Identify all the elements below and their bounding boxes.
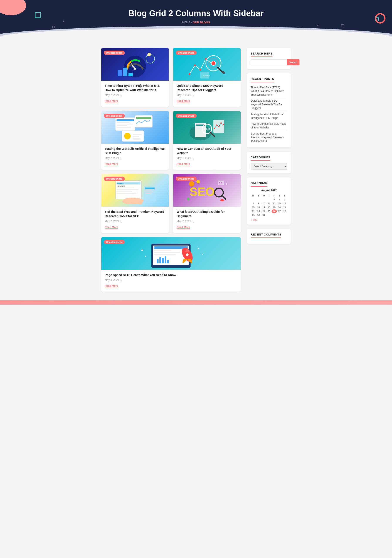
cal-cell: 19 xyxy=(272,205,277,209)
search-button[interactable]: Search xyxy=(287,59,300,65)
card-image-keyword-research: SEARCH Uncategorized xyxy=(173,48,241,81)
svg-rect-32 xyxy=(133,136,139,137)
cal-cell: 9 xyxy=(256,201,261,205)
categories-widget: CATEGORIES Select Category Uncategorized… xyxy=(247,152,291,173)
search-input[interactable] xyxy=(251,59,287,65)
cal-cell: 20 xyxy=(277,205,282,209)
card-image-keyword-tools: SEARCH KEYWORD Uncategorized xyxy=(101,174,169,207)
read-more-keyword-research[interactable]: Read More xyxy=(177,99,190,103)
card-meta-keyword-research: May 7, 2021 | , xyxy=(177,94,237,96)
recent-post-item-4[interactable]: How to Conduct an SEO Audit of Your Webs… xyxy=(251,121,287,131)
svg-rect-7 xyxy=(128,73,133,76)
svg-rect-55 xyxy=(117,191,132,192)
svg-rect-38 xyxy=(196,128,204,129)
header-wave xyxy=(0,26,392,39)
cal-cell: 27 xyxy=(277,209,282,213)
read-more-page-speed[interactable]: Read More xyxy=(105,284,118,288)
svg-text:★: ★ xyxy=(197,247,200,250)
card-badge-page-speed: Uncategorized xyxy=(104,240,125,244)
cal-cell: 31 xyxy=(261,213,266,217)
cal-row-5: 29 30 31 xyxy=(251,213,287,217)
svg-text:SEARCH: SEARCH xyxy=(202,75,210,77)
svg-rect-87 xyxy=(162,258,164,263)
blog-grid: 96 /100 Uncategorized Time to First Byte… xyxy=(101,48,241,292)
cal-cell-today: 26 xyxy=(272,209,277,213)
cal-cell: 28 xyxy=(282,209,287,213)
card-image-ttfb: 96 /100 Uncategorized xyxy=(101,48,169,81)
read-more-seo-audit[interactable]: Read More xyxy=(177,162,190,166)
svg-point-15 xyxy=(189,73,190,75)
cal-cell: 8 xyxy=(251,201,256,205)
svg-point-45 xyxy=(216,124,217,126)
blog-card-wordlift: Uncategorized Testing the WordLift Artif… xyxy=(101,111,169,170)
card-meta-keyword-tools: May 7, 2021 | , xyxy=(105,220,165,223)
recent-post-item-1[interactable]: Time to First Byte (TTFB): What It Is & … xyxy=(251,85,287,98)
cal-cell: 12 xyxy=(272,201,277,205)
svg-rect-77 xyxy=(154,254,176,255)
calendar-prev-link[interactable]: « May xyxy=(251,218,287,221)
cal-cell: 21 xyxy=(282,205,287,209)
recent-post-item-5[interactable]: 5 of the Best Free and Premium Keyword R… xyxy=(251,131,287,144)
cal-cell: 17 xyxy=(261,205,266,209)
cal-header-s2: S xyxy=(282,194,287,198)
blog-card-what-is-seo: SEO ★ ✦ Uncategorized What is SEO? A Sim… xyxy=(173,174,241,233)
card-badge-ttfb: Uncategorized xyxy=(104,51,125,55)
cal-cell: 14 xyxy=(282,201,287,205)
cal-cell xyxy=(261,198,266,201)
calendar-table: M T W T F S S xyxy=(251,194,287,217)
blog-card-keyword-research: SEARCH Uncategorized Quick and Simple SE… xyxy=(173,48,241,107)
recent-post-item-3[interactable]: Testing the WordLift Artificial Intellig… xyxy=(251,111,287,121)
card-badge-seo-audit: Uncategorized xyxy=(176,113,197,118)
svg-point-47 xyxy=(220,122,222,124)
card-meta-seo-audit: May 7, 2021 | , xyxy=(177,157,237,160)
cal-cell xyxy=(251,198,256,201)
svg-rect-31 xyxy=(133,134,142,135)
svg-text:★: ★ xyxy=(141,248,143,252)
svg-text:KEYWORD: KEYWORD xyxy=(117,185,125,187)
read-more-wordlift[interactable]: Read More xyxy=(105,162,118,166)
cal-cell: 15 xyxy=(251,205,256,209)
recent-post-item-2[interactable]: Quick and Simple SEO Keyword Research Ti… xyxy=(251,98,287,111)
svg-text:★: ★ xyxy=(145,255,147,257)
svg-rect-54 xyxy=(117,189,138,190)
card-title-keyword-research: Quick and Simple SEO Keyword Research Ti… xyxy=(177,84,237,92)
card-image-wordlift: Uncategorized xyxy=(101,111,169,144)
svg-point-11 xyxy=(211,61,216,65)
read-more-what-is-seo[interactable]: Read More xyxy=(177,226,190,229)
svg-rect-33 xyxy=(133,138,141,140)
card-badge-keyword-tools: Uncategorized xyxy=(104,177,125,181)
card-badge-keyword-research: Uncategorized xyxy=(176,51,197,55)
cal-cell: 5 xyxy=(272,198,277,201)
read-more-keyword-tools[interactable]: Read More xyxy=(105,226,118,229)
card-body-keyword-tools: 5 of the Best Free and Premium Keyword R… xyxy=(101,207,169,233)
svg-point-71 xyxy=(226,183,227,185)
blog-card-ttfb: 96 /100 Uncategorized Time to First Byte… xyxy=(101,48,169,107)
category-select[interactable]: Select Category Uncategorized SEO Bloggi… xyxy=(251,163,287,170)
cal-cell xyxy=(266,198,272,201)
cal-row-2: 8 9 10 11 12 13 14 xyxy=(251,201,287,205)
svg-text:96: 96 xyxy=(132,66,135,69)
svg-point-46 xyxy=(218,126,219,127)
svg-line-13 xyxy=(218,68,223,73)
svg-point-48 xyxy=(223,124,224,125)
card-meta-ttfb: May 7, 2021 | , xyxy=(105,94,165,96)
read-more-ttfb[interactable]: Read More xyxy=(105,99,118,103)
recent-posts-title: RECENT POSTS xyxy=(251,77,274,82)
cal-cell: 23 xyxy=(256,209,261,213)
breadcrumb-home[interactable]: HOME xyxy=(182,21,191,24)
svg-point-16 xyxy=(194,65,196,66)
cal-cell: 13 xyxy=(277,201,282,205)
card-badge-wordlift: Uncategorized xyxy=(104,113,125,118)
calendar-widget: CALENDAR August 2022 M T W T F S S xyxy=(247,177,291,225)
svg-text:★: ★ xyxy=(201,253,203,255)
deco-square-bl xyxy=(52,26,55,28)
cal-cell: 24 xyxy=(261,209,266,213)
svg-rect-85 xyxy=(157,259,158,263)
svg-rect-86 xyxy=(159,257,161,263)
cal-header-t2: T xyxy=(266,194,272,198)
cal-cell: 6 xyxy=(277,198,282,201)
svg-rect-53 xyxy=(117,188,134,188)
card-title-seo-audit: How to Conduct an SEO Audit of Your Webs… xyxy=(177,147,237,155)
cal-header-s1: S xyxy=(277,194,282,198)
search-widget: SEARCH HERE Search xyxy=(247,48,291,69)
